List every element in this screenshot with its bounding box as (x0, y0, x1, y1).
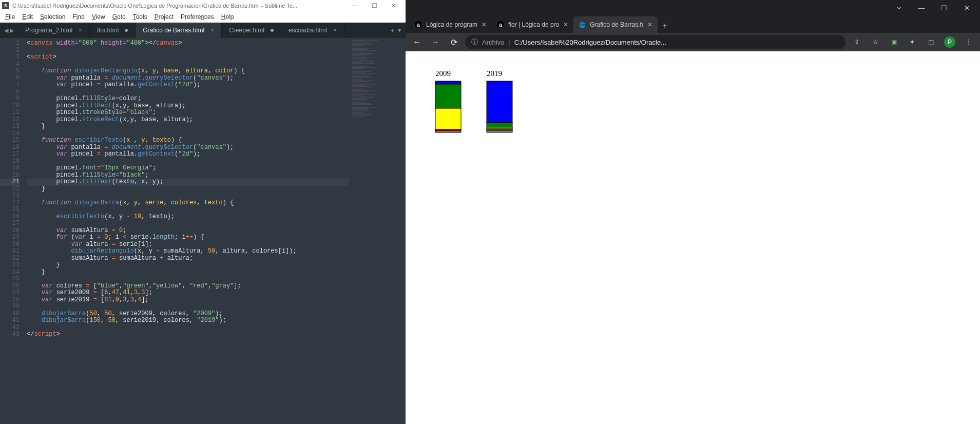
tab-label: flor.html (97, 27, 119, 34)
window-minimize-button[interactable]: — (345, 2, 364, 9)
sublime-title-text: C:\Users\Isabel Rodriguez\Documents\Orac… (12, 3, 345, 9)
tab-nav-arrows[interactable]: ◀ ▶ (0, 23, 18, 38)
chrome-titlebar: — ☐ ✕ (406, 0, 980, 15)
menu-preferences[interactable]: Preferences (178, 12, 217, 22)
menu-help[interactable]: Help (218, 12, 237, 22)
favicon: 🌐 (579, 21, 586, 28)
menu-edit[interactable]: Edit (19, 12, 36, 22)
sublime-menubar: File Edit Selection Find View Goto Tools… (0, 11, 406, 23)
chrome-chevron-icon[interactable] (888, 1, 910, 15)
menu-goto[interactable]: Goto (109, 12, 129, 22)
reload-button[interactable]: ⟳ (447, 35, 461, 49)
addr-url: C:/Users/Isabel%20Rodriguez/Documents/Or… (514, 38, 666, 46)
sublime-window: S C:\Users\Isabel Rodriguez\Documents\Or… (0, 0, 406, 424)
menu-selection[interactable]: Selection (37, 12, 68, 22)
close-tab-icon[interactable]: ✕ (482, 21, 487, 28)
close-tab-icon[interactable]: × (333, 27, 337, 34)
favicon: a (415, 21, 422, 28)
browser-tab[interactable]: aLógica de program✕ (410, 16, 492, 33)
file-tab[interactable]: Creeper.html (222, 23, 281, 38)
address-bar[interactable]: ⓘ Archivo | C:/Users/Isabel%20Rodriguez/… (465, 35, 846, 49)
favicon: a (497, 21, 504, 28)
tab-label: Grafico de Barras.html (143, 27, 204, 34)
menu-project[interactable]: Project (151, 12, 177, 22)
sublime-tabstrip: ◀ ▶ Programa_2.html×flor.htmlGrafico de … (0, 23, 406, 38)
addr-label: Archivo (482, 38, 504, 46)
editor-minimap[interactable] (349, 38, 406, 424)
sublime-editor[interactable]: 1234567891011121314151617181920212223242… (0, 38, 406, 424)
tab-new-button[interactable]: ＋ ▾ (385, 23, 406, 38)
chrome-minimize-button[interactable]: — (910, 1, 933, 15)
close-tab-icon[interactable]: × (210, 27, 214, 34)
chrome-menu-icon[interactable]: ⋮ (962, 35, 976, 49)
forward-button[interactable]: → (428, 35, 443, 49)
site-info-icon[interactable]: ⓘ (471, 37, 478, 47)
browser-tab[interactable]: 🌐Grafico de Barras.h✕ (573, 16, 658, 33)
chrome-toolbar: ← → ⟳ ⓘ Archivo | C:/Users/Isabel%20Rodr… (406, 33, 980, 51)
tab-label: escuadra.html (289, 27, 327, 34)
sublime-app-icon: S (2, 2, 9, 9)
editor-code[interactable]: <canvas width="600" height="400"></canva… (24, 38, 406, 424)
tab-title: Grafico de Barras.h (590, 21, 643, 28)
file-tab[interactable]: flor.html (90, 23, 136, 38)
dirty-indicator-icon (271, 29, 274, 32)
tab-label: Creeper.html (229, 27, 264, 34)
close-tab-icon[interactable]: ✕ (563, 21, 568, 28)
browser-tab[interactable]: aflor | Lógica de pro✕ (492, 16, 573, 33)
bar-chart-canvas (410, 55, 718, 261)
dirty-indicator-icon (125, 29, 128, 32)
menu-file[interactable]: File (2, 12, 18, 22)
tab-title: flor | Lógica de pro (508, 21, 559, 28)
file-tab[interactable]: escuadra.html× (281, 23, 344, 38)
profile-avatar[interactable]: P (944, 36, 955, 48)
window-maximize-button[interactable]: ☐ (364, 2, 384, 9)
file-tab[interactable]: Programa_2.html× (18, 23, 90, 38)
chrome-tabstrip: aLógica de program✕aflor | Lógica de pro… (406, 15, 980, 33)
menu-tools[interactable]: Tools (130, 12, 150, 22)
sublime-titlebar: S C:\Users\Isabel Rodriguez\Documents\Or… (0, 0, 406, 11)
menu-view[interactable]: View (89, 12, 108, 22)
share-icon[interactable]: ⇪ (850, 35, 864, 49)
tab-label: Programa_2.html (25, 27, 72, 34)
chrome-new-tab-button[interactable]: ＋ (658, 18, 672, 33)
close-tab-icon[interactable]: × (79, 27, 82, 34)
window-close-button[interactable]: ✕ (384, 2, 403, 9)
chrome-maximize-button[interactable]: ☐ (933, 1, 955, 15)
chrome-window: — ☐ ✕ aLógica de program✕aflor | Lógica … (406, 0, 980, 424)
file-tab[interactable]: Grafico de Barras.html× (136, 23, 222, 38)
tab-title: Lógica de program (426, 21, 477, 28)
close-tab-icon[interactable]: ✕ (647, 21, 652, 28)
extensions-icon[interactable]: ✦ (905, 35, 919, 49)
chrome-viewport (406, 51, 980, 424)
extension-icon-1[interactable]: ▣ (887, 35, 901, 49)
bookmark-icon[interactable]: ☆ (868, 35, 882, 49)
chrome-close-button[interactable]: ✕ (955, 1, 978, 15)
back-button[interactable]: ← (410, 35, 424, 49)
menu-find[interactable]: Find (69, 12, 87, 22)
side-panel-icon[interactable]: ◫ (924, 35, 938, 49)
editor-gutter: 1234567891011121314151617181920212223242… (0, 38, 24, 424)
